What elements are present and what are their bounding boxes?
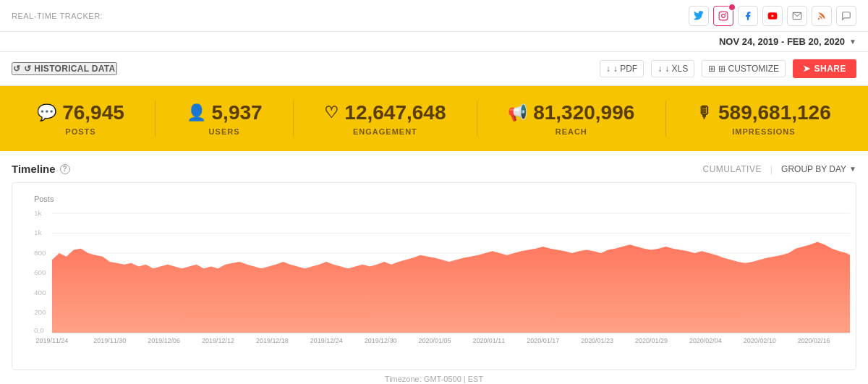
svg-text:2019/11/30: 2019/11/30 <box>93 337 126 344</box>
svg-text:600: 600 <box>34 269 46 277</box>
social-icons-group <box>689 6 856 26</box>
date-row: NOV 24, 2019 - FEB 20, 2020 ▼ <box>0 32 868 52</box>
realtime-label: REAL-TIME TRACKER: <box>12 12 103 20</box>
email-icon[interactable] <box>787 6 807 26</box>
svg-text:2019/11/24: 2019/11/24 <box>35 337 68 344</box>
users-icon: 👤 <box>187 103 206 122</box>
share-label: SHARE <box>814 64 846 74</box>
instagram-icon[interactable] <box>713 6 733 26</box>
rss-icon[interactable] <box>812 6 832 26</box>
toolbar-actions: ↓ ↓ PDF ↓ ↓ XLS ⊞ ⊞ CUSTOMIZE ➤ SHARE <box>600 59 856 78</box>
svg-rect-0 <box>719 12 728 20</box>
stat-impressions-value: 🎙 589,681,126 <box>697 101 831 124</box>
group-by-chevron-icon: ▼ <box>849 165 856 173</box>
timezone-label: Timezone: GMT-0500 | EST <box>12 370 856 384</box>
historical-label: ↺ HISTORICAL DATA <box>24 64 115 74</box>
svg-text:2019/12/30: 2019/12/30 <box>365 337 397 344</box>
share-icon: ➤ <box>803 64 811 74</box>
stat-posts: 💬 76,945 POSTS <box>37 101 124 136</box>
customize-button[interactable]: ⊞ ⊞ CUSTOMIZE <box>702 60 786 77</box>
cumulative-button[interactable]: CUMULATIVE <box>702 164 761 174</box>
stats-bar: 💬 76,945 POSTS 👤 5,937 USERS ♡ 12,647,64… <box>0 86 868 151</box>
svg-text:400: 400 <box>34 289 46 296</box>
chart-container: Posts 1k 1k 800 600 400 200 0.0 <box>12 182 856 370</box>
timeline-chart: Posts 1k 1k 800 600 400 200 0.0 <box>12 190 856 349</box>
timeline-controls: CUMULATIVE | GROUP BY DAY ▼ <box>702 164 856 174</box>
historical-icon: ↺ <box>13 64 20 74</box>
pdf-button[interactable]: ↓ ↓ PDF <box>600 60 644 77</box>
svg-text:2020/01/17: 2020/01/17 <box>527 337 559 344</box>
share-button[interactable]: ➤ SHARE <box>793 59 856 78</box>
stat-divider-4 <box>665 101 666 137</box>
reach-icon: 📢 <box>508 103 527 122</box>
chevron-down-icon: ▼ <box>849 38 856 46</box>
historical-data-button[interactable]: ↺ ↺ HISTORICAL DATA <box>12 62 117 75</box>
svg-text:0.0: 0.0 <box>34 326 44 334</box>
svg-point-2 <box>725 12 726 14</box>
group-by-select[interactable]: GROUP BY DAY ▼ <box>781 164 856 174</box>
group-by-label: GROUP BY DAY <box>781 164 846 174</box>
pdf-icon: ↓ <box>606 64 610 74</box>
stat-engagement: ♡ 12,647,648 ENGAGEMENT <box>324 101 446 136</box>
stat-divider-1 <box>155 101 156 137</box>
svg-text:800: 800 <box>34 249 46 257</box>
stat-reach-value: 📢 81,320,996 <box>508 101 634 124</box>
stat-users-value: 👤 5,937 <box>187 101 263 124</box>
customize-label: ⊞ CUSTOMIZE <box>718 64 779 74</box>
pdf-label: ↓ PDF <box>613 64 637 74</box>
control-divider: | <box>770 164 773 174</box>
svg-point-1 <box>722 14 726 17</box>
stat-engagement-value: ♡ 12,647,648 <box>324 101 446 124</box>
xls-button[interactable]: ↓ ↓ XLS <box>651 60 694 77</box>
top-bar: REAL-TIME TRACKER: <box>0 0 868 32</box>
svg-text:Posts: Posts <box>34 195 54 203</box>
instagram-badge <box>728 4 736 11</box>
svg-text:2019/12/18: 2019/12/18 <box>256 337 289 344</box>
stat-reach: 📢 81,320,996 REACH <box>508 101 634 136</box>
svg-text:2019/12/24: 2019/12/24 <box>310 337 343 344</box>
impressions-icon: 🎙 <box>697 103 712 122</box>
svg-text:1k: 1k <box>34 229 42 237</box>
svg-text:2020/01/11: 2020/01/11 <box>472 337 505 344</box>
posts-icon: 💬 <box>37 103 56 122</box>
date-range-selector[interactable]: NOV 24, 2019 - FEB 20, 2020 ▼ <box>719 36 856 47</box>
svg-text:2020/01/05: 2020/01/05 <box>419 337 451 344</box>
facebook-icon[interactable] <box>738 6 758 26</box>
timeline-header: Timeline ? CUMULATIVE | GROUP BY DAY ▼ <box>12 163 856 175</box>
date-range-text: NOV 24, 2019 - FEB 20, 2020 <box>719 36 845 47</box>
svg-text:2019/12/06: 2019/12/06 <box>148 337 180 344</box>
svg-text:2020/02/16: 2020/02/16 <box>798 337 830 344</box>
svg-text:200: 200 <box>34 309 46 317</box>
svg-point-5 <box>818 17 820 19</box>
timeline-title-group: Timeline ? <box>12 163 70 175</box>
timeline-title-text: Timeline <box>12 163 56 175</box>
engagement-icon: ♡ <box>324 103 339 122</box>
svg-text:1k: 1k <box>34 209 42 217</box>
stat-impressions: 🎙 589,681,126 IMPRESSIONS <box>697 101 831 136</box>
svg-text:2019/12/12: 2019/12/12 <box>202 337 234 344</box>
main-content: Timeline ? CUMULATIVE | GROUP BY DAY ▼ P… <box>0 151 868 384</box>
stat-users: 👤 5,937 USERS <box>187 101 263 136</box>
twitter-icon[interactable] <box>689 6 709 26</box>
svg-text:2020/01/23: 2020/01/23 <box>581 337 613 344</box>
timeline-info-icon[interactable]: ? <box>60 164 70 174</box>
chat-icon[interactable] <box>836 6 856 26</box>
stat-posts-value: 💬 76,945 <box>37 101 124 124</box>
stat-users-label: USERS <box>209 127 240 136</box>
customize-icon: ⊞ <box>708 64 715 74</box>
svg-text:2020/02/04: 2020/02/04 <box>689 337 722 344</box>
stat-reach-label: REACH <box>556 127 587 136</box>
toolbar-row: ↺ ↺ HISTORICAL DATA ↓ ↓ PDF ↓ ↓ XLS ⊞ ⊞ … <box>0 52 868 86</box>
stat-impressions-label: IMPRESSIONS <box>732 127 795 136</box>
svg-text:2020/01/29: 2020/01/29 <box>635 337 668 344</box>
stat-posts-label: POSTS <box>65 127 95 136</box>
svg-text:2020/02/10: 2020/02/10 <box>744 337 776 344</box>
xls-icon: ↓ <box>658 64 662 74</box>
stat-engagement-label: ENGAGEMENT <box>353 127 417 136</box>
stat-divider-2 <box>293 101 294 137</box>
stat-divider-3 <box>477 101 477 137</box>
youtube-icon[interactable] <box>762 6 783 26</box>
xls-label: ↓ XLS <box>665 64 688 74</box>
